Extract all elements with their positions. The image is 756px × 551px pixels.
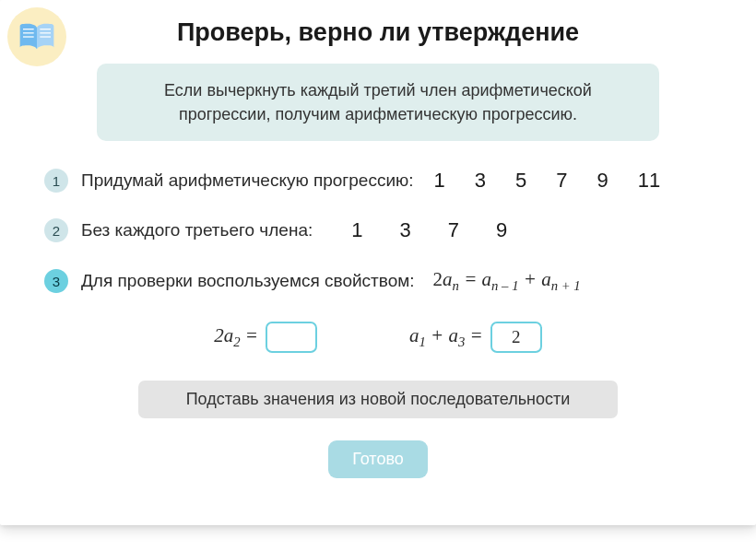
book-icon — [7, 7, 66, 66]
hint-box: Подставь значения из новой последователь… — [138, 381, 618, 418]
statement-box: Если вычеркнуть каждый третий член арифм… — [97, 64, 659, 141]
sequence-original: 1 3 5 7 9 11 — [434, 169, 661, 193]
steps-list: 1 Придумай арифметическую прогрессию: 1 … — [20, 169, 736, 294]
seq-term: 3 — [400, 218, 411, 242]
seq-term: 11 — [638, 169, 660, 193]
right-label: a1 + a3 = — [409, 324, 483, 350]
sequence-reduced: 1 3 7 9 — [351, 218, 507, 242]
left-expression: 2a2 = — [214, 322, 317, 353]
step-2: 2 Без каждого третьего члена: 1 3 7 9 — [20, 218, 736, 242]
seq-term: 1 — [434, 169, 445, 193]
seq-term: 5 — [515, 169, 526, 193]
seq-term: 9 — [597, 169, 608, 193]
step-1: 1 Придумай арифметическую прогрессию: 1 … — [20, 169, 736, 193]
step-text: Без каждого третьего члена: — [81, 220, 313, 240]
input-a1-plus-a3[interactable] — [490, 322, 542, 353]
input-2a2[interactable] — [266, 322, 317, 353]
seq-term: 7 — [448, 218, 459, 242]
step-number: 2 — [44, 218, 68, 242]
step-text: Придумай арифметическую прогрессию: — [81, 170, 414, 191]
seq-term: 7 — [556, 169, 567, 193]
right-expression: a1 + a3 = — [409, 322, 542, 353]
exercise-card: Проверь, верно ли утверждение Если вычер… — [0, 0, 756, 525]
left-label: 2a2 = — [214, 324, 258, 350]
done-button[interactable]: Готово — [328, 440, 428, 478]
seq-term: 9 — [496, 218, 507, 242]
inputs-row: 2a2 = a1 + a3 = — [20, 322, 736, 353]
step-3: 3 Для проверки воспользуемся свойством: … — [20, 268, 736, 294]
seq-term: 3 — [475, 169, 486, 193]
step-number: 3 — [44, 269, 68, 293]
property-formula: 2an = an – 1 + an + 1 — [433, 268, 581, 294]
page-title: Проверь, верно ли утверждение — [20, 18, 736, 47]
step-number: 1 — [44, 169, 68, 193]
seq-term: 1 — [351, 218, 362, 242]
step-text: Для проверки воспользуемся свойством: — [81, 271, 415, 291]
